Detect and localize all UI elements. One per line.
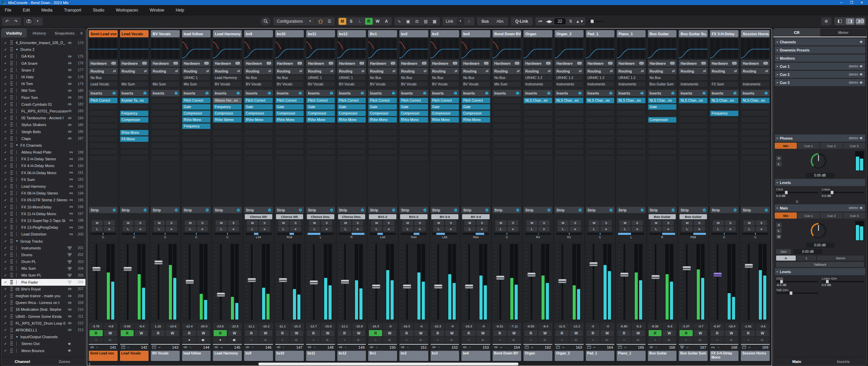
pan-control[interactable]: C — [152, 233, 178, 241]
visibility-checkmark-icon[interactable]: ✓ — [4, 280, 10, 284]
visibility-row[interactable]: ✓FX 11-H-Delay MonoFX197 — [1, 210, 85, 217]
strip-rack-header[interactable]: Strip — [524, 207, 552, 213]
read-automation-button[interactable]: R — [462, 330, 475, 336]
mixer-horizontal-scrollbar[interactable]: ❮ — [87, 362, 772, 366]
monitor-speaker-icon[interactable] — [321, 337, 334, 343]
record-enable-icon[interactable]: ● — [245, 337, 258, 343]
hardware-rack-header[interactable]: Hardware — [120, 60, 149, 66]
input-bus[interactable]: UR44C 1-2 — [524, 75, 552, 81]
fader-db-value[interactable]: -1.91 — [741, 323, 755, 329]
level-slider[interactable] — [776, 281, 818, 282]
insert-slot[interactable] — [275, 136, 304, 142]
channel-name-footer[interactable]: FX 3-H-Delay Mono — [710, 351, 739, 361]
hardware-rack-header[interactable]: Hardware — [306, 60, 335, 66]
strip-rack-header[interactable]: Strip — [275, 207, 304, 213]
insert-slot[interactable] — [679, 110, 708, 116]
insert-slot[interactable] — [493, 98, 521, 103]
visibility-checkmark-icon[interactable]: ✓ — [4, 205, 10, 209]
peak-level-value[interactable]: -10.6 — [166, 323, 180, 329]
visibility-row[interactable]: ✓Lead HarmonyFX193 — [1, 183, 85, 190]
visibility-row[interactable]: ✓meghan trainor - made you208 — [1, 292, 85, 299]
insert-slot[interactable] — [275, 130, 304, 136]
output-bus[interactable]: Mix Sum — [493, 81, 521, 87]
output-bus[interactable]: Instruments — [679, 81, 708, 87]
pan-control[interactable]: C — [494, 233, 520, 241]
insert-slot[interactable] — [586, 149, 615, 155]
mute-button[interactable]: M — [744, 220, 755, 225]
insert-slot[interactable] — [182, 156, 211, 161]
fader-db-value[interactable]: -8.36 — [648, 323, 662, 329]
insert-slot[interactable] — [648, 156, 677, 161]
channel-name-header[interactable]: Piano_1 — [617, 30, 646, 37]
menu-transport[interactable]: Transport — [64, 8, 81, 13]
insert-slot[interactable] — [399, 123, 428, 129]
insert-slot[interactable]: RVox Mono — [275, 117, 304, 123]
solo-button[interactable]: S — [259, 220, 270, 225]
strip-rack-header[interactable]: Strip — [368, 207, 397, 213]
insert-slot[interactable]: Frequency — [120, 110, 149, 116]
channel-eq-curve-display[interactable] — [120, 38, 149, 59]
peak-level-value[interactable]: -3.6 — [756, 323, 770, 329]
solo-button[interactable]: S — [538, 220, 550, 225]
visibility-checkmark-icon[interactable]: ✓ — [4, 171, 10, 175]
mute-button[interactable]: M — [589, 220, 600, 225]
insert-slot[interactable] — [524, 136, 552, 142]
fader-track[interactable] — [717, 244, 718, 320]
channel-name-header[interactable]: bv3 — [431, 30, 459, 37]
insert-slot[interactable] — [399, 136, 428, 142]
hardware-rack-header[interactable]: Hardware — [275, 60, 304, 66]
mute-button[interactable]: M — [309, 220, 320, 225]
visibility-row[interactable]: ✓Pre Fader206 — [1, 279, 85, 286]
folder-expand-icon[interactable]: ▼ — [16, 336, 20, 339]
record-enable-icon[interactable]: ● — [431, 337, 445, 343]
output-bus[interactable]: Instruments — [617, 81, 646, 87]
channel-name-header[interactable]: Bv1 — [368, 30, 397, 37]
insert-slot[interactable] — [461, 136, 490, 142]
insert-slot[interactable] — [648, 130, 677, 136]
write-automation-button[interactable]: W — [135, 330, 148, 336]
mute-button[interactable]: M — [92, 220, 103, 225]
insert-slot[interactable] — [89, 136, 118, 142]
monitor-speaker-icon[interactable] — [135, 337, 148, 343]
routing-rack-header[interactable]: Routing⇄ — [120, 68, 149, 74]
mute-button[interactable]: M — [619, 220, 631, 225]
visibility-checkmark-icon[interactable]: ✓ — [4, 55, 10, 58]
listen-button[interactable]: L — [433, 226, 445, 231]
insert-slot[interactable]: NLS Chan...no — [679, 98, 708, 103]
insert-slot[interactable]: Gate — [431, 104, 459, 110]
insert-slot[interactable] — [337, 130, 366, 136]
insert-slot[interactable] — [89, 130, 118, 136]
insert-slot[interactable] — [431, 143, 459, 148]
output-bus[interactable]: Mix Sum — [182, 81, 211, 87]
insert-slot[interactable] — [524, 143, 552, 148]
insert-slot[interactable] — [555, 156, 584, 161]
insert-slot[interactable]: Pitch Correct — [337, 98, 366, 103]
mute-button[interactable]: M — [402, 220, 413, 225]
speaker-icon[interactable] — [860, 206, 863, 210]
solo-button[interactable]: S — [600, 220, 612, 225]
redo-button[interactable]: ↷ — [12, 18, 20, 25]
insert-slot[interactable]: RVox Mono — [399, 117, 428, 123]
tab-cr[interactable]: CR — [773, 28, 820, 37]
speaker-icon[interactable] — [860, 73, 863, 76]
record-enable-icon[interactable]: ● — [711, 337, 724, 343]
fader-db-value[interactable]: -3.69 — [120, 323, 134, 329]
expand-icon[interactable]: ▸ — [777, 57, 778, 60]
visibility-row[interactable]: ✓Mix Sum PL205 — [1, 272, 85, 279]
insert-slot[interactable] — [306, 149, 335, 155]
main-level-knob[interactable] — [810, 222, 827, 239]
mute-button[interactable]: M — [433, 220, 445, 225]
channel-eq-curve-display[interactable] — [679, 38, 708, 59]
insert-slot[interactable]: Pitch Correct — [306, 98, 335, 103]
solo-button[interactable]: S — [321, 220, 332, 225]
input-bus[interactable] — [120, 75, 149, 81]
insert-slot[interactable]: NLS Chan...eo — [617, 98, 646, 103]
monitor-speaker-icon[interactable] — [632, 337, 645, 343]
listen-button[interactable]: L — [744, 226, 755, 231]
mute-button[interactable]: M — [651, 220, 662, 225]
edit-button[interactable]: e — [632, 226, 643, 231]
insert-slot[interactable] — [493, 130, 521, 136]
pan-control[interactable]: R1 — [556, 233, 582, 241]
fader-db-value[interactable]: -12.4 — [182, 323, 196, 329]
pan-control[interactable]: C — [587, 233, 613, 241]
